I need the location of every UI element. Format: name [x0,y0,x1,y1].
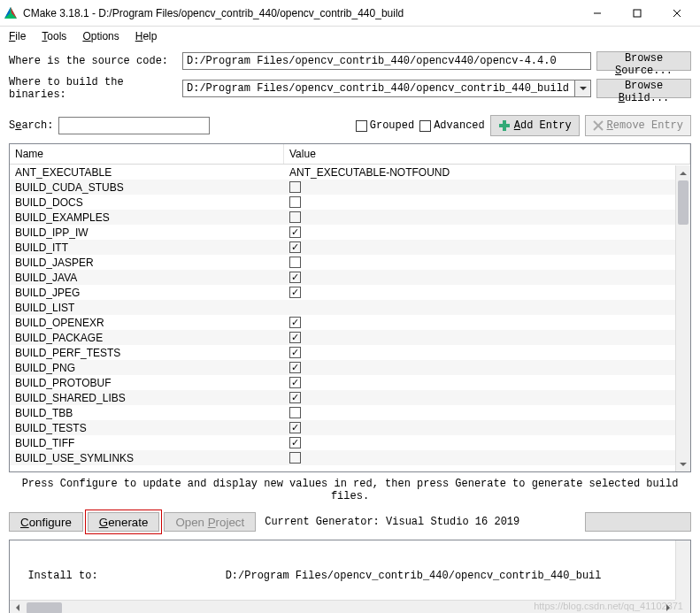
checkbox-icon[interactable] [289,332,301,343]
checkbox-icon[interactable] [289,422,301,433]
menu-options[interactable]: Options [82,30,119,42]
svg-marker-7 [580,87,587,90]
cell-value[interactable] [284,241,690,253]
scroll-thumb[interactable] [27,602,62,613]
column-header-name[interactable]: Name [10,144,284,164]
cell-name: BUILD_IPP_IW [10,226,284,239]
cell-value[interactable] [284,287,690,298]
menu-file[interactable]: File [9,30,26,42]
table-row[interactable]: BUILD_EXAMPLES [10,210,690,225]
source-label: Where is the source code: [9,55,177,67]
table-row[interactable]: BUILD_OPENEXR [10,315,690,330]
cell-value[interactable] [284,347,690,358]
cell-value[interactable] [284,407,690,418]
minimize-button[interactable] [577,1,617,26]
table-row[interactable]: BUILD_LIST [10,300,690,315]
browse-source-button[interactable]: Browse Source... [596,51,691,71]
table-row[interactable]: BUILD_TBB [10,405,690,420]
open-project-button[interactable]: Open Project [164,512,256,532]
table-row[interactable]: ANT_EXECUTABLEANT_EXECUTABLE-NOTFOUND [10,165,690,180]
menu-tools[interactable]: Tools [42,30,66,42]
scroll-left-arrow[interactable] [10,601,25,613]
checkbox-icon[interactable] [289,452,301,464]
search-input[interactable] [58,117,210,134]
cell-value[interactable] [284,392,690,403]
checkbox-icon[interactable] [289,272,301,283]
cell-value[interactable] [284,332,690,343]
configure-button[interactable]: Configure [9,512,83,532]
table-row[interactable]: BUILD_USE_SYMLINKS [10,450,690,465]
scroll-down-arrow[interactable] [676,456,690,471]
cell-value[interactable] [284,362,690,373]
scroll-thumb[interactable] [678,180,688,225]
table-row[interactable]: BUILD_JAVA [10,270,690,285]
table-row[interactable]: BUILD_PROTOBUF [10,375,690,390]
checkbox-icon[interactable] [289,226,301,238]
cell-name: BUILD_PROTOBUF [10,377,284,389]
grouped-checkbox[interactable]: Grouped [356,119,414,132]
checkbox-icon[interactable] [289,437,301,448]
column-header-value[interactable]: Value [284,144,690,164]
cell-value[interactable] [284,452,690,464]
checkbox-icon[interactable] [289,392,301,403]
table-row[interactable]: BUILD_CUDA_STUBS [10,180,690,195]
table-row[interactable]: BUILD_PACKAGE [10,330,690,345]
menu-help[interactable]: Help [135,30,158,42]
blank-button[interactable] [585,512,691,532]
source-input[interactable] [182,52,591,70]
cell-value[interactable] [284,257,690,268]
svg-marker-14 [16,604,19,611]
generate-button[interactable]: Generate [88,512,160,532]
checkbox-icon[interactable] [289,377,301,388]
checkbox-icon[interactable] [289,317,301,328]
cell-name: BUILD_PNG [10,362,284,374]
cell-value[interactable] [284,317,690,328]
cell-value[interactable] [284,196,690,208]
menubar: File Tools Options Help [0,27,700,46]
add-entry-button[interactable]: Add Entry [490,115,580,136]
checkbox-icon[interactable] [289,287,301,298]
cell-value[interactable] [284,226,690,238]
table-row[interactable]: BUILD_PERF_TESTS [10,345,690,360]
cell-value[interactable] [284,272,690,283]
cell-value[interactable] [284,437,690,448]
browse-build-button[interactable]: Browse Build... [596,79,691,98]
build-dropdown-arrow[interactable] [575,80,591,97]
checkbox-icon[interactable] [289,407,301,418]
svg-marker-0 [4,7,17,19]
table-row[interactable]: BUILD_JPEG [10,285,690,300]
cell-value[interactable] [284,181,690,193]
cell-name: BUILD_PERF_TESTS [10,347,284,359]
table-row[interactable]: BUILD_SHARED_LIBS [10,390,690,405]
checkbox-icon[interactable] [289,241,301,253]
checkbox-icon[interactable] [289,257,301,268]
close-button[interactable] [657,1,696,26]
svg-rect-9 [499,124,510,127]
chevron-down-icon [580,85,587,92]
table-row[interactable]: BUILD_IPP_IW [10,225,690,240]
cell-value[interactable] [284,377,690,388]
cell-value[interactable] [284,211,690,223]
cell-name: BUILD_TESTS [10,422,284,434]
maximize-button[interactable] [617,1,657,26]
cell-value[interactable]: ANT_EXECUTABLE-NOTFOUND [284,166,690,179]
cell-value[interactable] [284,422,690,433]
checkbox-icon[interactable] [289,362,301,373]
vertical-scrollbar[interactable] [675,165,690,471]
checkbox-icon[interactable] [289,211,301,223]
checkbox-icon[interactable] [289,347,301,358]
checkbox-icon[interactable] [289,196,301,208]
scroll-up-arrow[interactable] [676,165,690,180]
table-row[interactable]: BUILD_TIFF [10,435,690,450]
build-input[interactable] [182,80,575,97]
advanced-checkbox[interactable]: Advanced [419,119,485,132]
table-row[interactable]: BUILD_PNG [10,360,690,375]
table-row[interactable]: BUILD_ITT [10,240,690,255]
table-row[interactable]: BUILD_TESTS [10,420,690,435]
table-row[interactable]: BUILD_DOCS [10,195,690,210]
checkbox-icon[interactable] [289,181,301,193]
table-row[interactable]: BUILD_JASPER [10,255,690,270]
cell-name: BUILD_SHARED_LIBS [10,392,284,404]
remove-entry-button[interactable]: Remove Entry [585,115,691,136]
search-label: Search: [9,119,53,132]
